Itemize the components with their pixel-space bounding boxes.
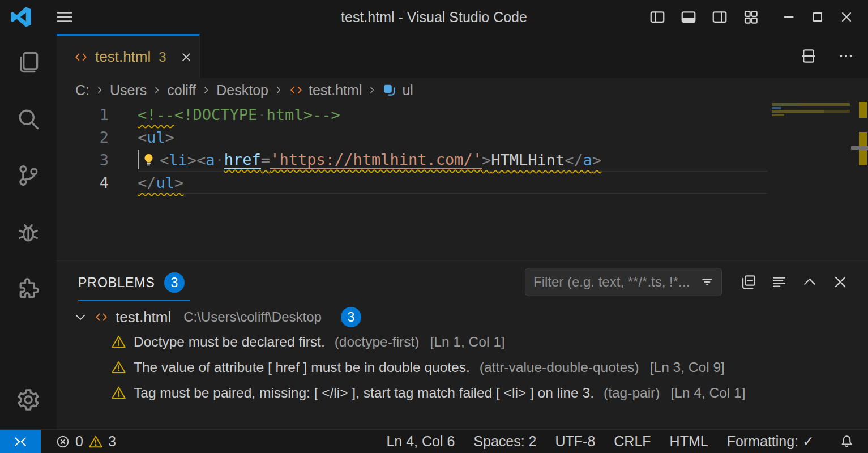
code-token: > [592,151,601,169]
symbol-element-icon [382,83,397,97]
code-token: ul [147,129,165,146]
problems-title: PROBLEMS [78,275,155,290]
line-number: 1 [57,106,109,123]
problems-file-path: C:\Users\coliff\Desktop [183,309,322,325]
toggle-panel-icon[interactable] [680,8,697,25]
problems-count-badge: 3 [164,272,185,293]
tab-problems[interactable]: PROBLEMS 3 [78,263,190,301]
menu-icon[interactable] [54,7,75,27]
code-token: < [138,129,147,146]
line-number: 4 [57,174,109,191]
breadcrumb-item-users[interactable]: Users [110,82,147,99]
problems-file-row[interactable]: test.htmlC:\Users\coliff\Desktop3 [57,305,868,329]
code-line-4[interactable]: 4</ul> [57,171,772,194]
code-token: · [257,106,266,123]
status-cursor-position[interactable]: Ln 4, Col 6 [386,433,455,450]
maximize-panel-icon[interactable] [801,273,818,290]
breadcrumb-item-testhtml[interactable]: test.html [289,82,362,99]
toggle-primary-sidebar-icon[interactable] [649,8,666,25]
status-language-mode[interactable]: HTML [670,433,708,450]
code-token: > [174,174,183,191]
code-token: </ [138,174,156,191]
toggle-secondary-sidebar-icon[interactable] [711,8,728,25]
explorer-icon[interactable] [16,50,41,75]
source-control-icon[interactable] [16,163,41,188]
status-encoding[interactable]: UTF-8 [555,433,595,450]
maximize-button[interactable] [810,10,825,24]
problem-message: The value of attribute [ href ] must be … [134,360,470,375]
status-indentation[interactable]: Spaces: 2 [473,433,536,450]
code-token: 'https://htmlhint.com/' [270,151,482,169]
html-file-icon [289,83,303,97]
code-editor[interactable]: 1<!--<!DOCTYPE·html>-->2<ul>3<li><a·href… [57,102,868,260]
breadcrumb-item-c[interactable]: C: [75,82,89,99]
code-token: href [224,151,261,169]
close-window-button[interactable] [839,10,854,24]
code-token: <!-- [138,106,174,123]
warning-icon [111,385,126,400]
breadcrumb: C:UserscoliffDesktoptest.htmlul [57,78,868,102]
breadcrumb-separator-icon [95,85,105,95]
expand-chevron-icon[interactable] [74,310,87,324]
problems-panel: PROBLEMS 3 test.htmlC:\Users\coliff\Desk… [57,260,868,429]
status-problems[interactable]: 0 3 [55,433,116,450]
problems-filter [525,268,722,296]
code-token: · [215,151,224,169]
code-token: html>--> [267,106,340,123]
problem-rule: (attr-value-double-quotes) [480,360,639,375]
breadcrumb-separator-icon [201,85,211,95]
close-tab-icon[interactable] [180,51,193,63]
notifications-bell-icon[interactable] [839,434,854,449]
problem-rule: (doctype-first) [335,334,420,350]
problem-row[interactable]: Tag must be paired, missing: [ </li> ], … [57,380,868,405]
collapse-all-icon[interactable] [740,273,757,290]
problems-filter-input[interactable] [533,274,700,290]
customize-layout-icon[interactable] [742,8,759,25]
minimize-button[interactable] [781,10,796,24]
tab-test-html[interactable]: test.html 3 [57,34,200,78]
settings-gear-icon[interactable] [16,387,41,412]
code-token: <!DOCTYPE [174,106,257,123]
problem-location: [Ln 3, Col 9] [650,360,725,375]
html-file-icon [74,50,88,65]
problem-rule: (tag-pair) [604,385,660,401]
minimap-mark [775,103,798,106]
code-token: > [165,129,174,146]
remote-indicator[interactable] [0,430,41,453]
code-line-3[interactable]: 3<li><a·href='https://htmlhint.com/'>HTM… [57,148,772,171]
warnings-icon [88,434,103,449]
remote-icon [12,434,28,450]
extensions-icon[interactable] [16,276,41,301]
lightbulb-icon[interactable] [141,152,156,168]
search-icon[interactable] [16,106,41,131]
text-cursor [138,150,139,169]
minimap[interactable] [772,102,851,260]
status-bar: 0 3 Ln 4, Col 6Spaces: 2UTF-8CRLFHTMLFor… [0,429,868,453]
warnings-count: 3 [108,433,116,450]
problem-row[interactable]: The value of attribute [ href ] must be … [57,354,868,380]
code-line-2[interactable]: 2<ul> [57,126,772,148]
problem-location: [Ln 4, Col 1] [670,385,745,401]
code-token: = [261,151,270,169]
errors-icon [55,434,70,449]
minimap-mark [772,107,781,109]
title-bar: test.html - Visual Studio Code [0,0,868,34]
breadcrumb-item-coliff[interactable]: coliff [167,82,196,99]
split-editor-icon[interactable] [800,48,817,65]
more-actions-icon[interactable] [837,48,854,65]
filter-icon[interactable] [700,275,715,289]
breadcrumb-item-desktop[interactable]: Desktop [216,82,268,99]
view-as-list-icon[interactable] [771,273,788,290]
breadcrumb-label: Desktop [216,82,268,99]
code-token: > [482,151,491,169]
ruler-mark [859,102,867,118]
breadcrumb-item-ul[interactable]: ul [382,82,413,99]
close-panel-icon[interactable] [832,273,849,290]
status-formatting[interactable]: Formatting: ✓ [727,433,814,450]
code-line-1[interactable]: 1<!--<!DOCTYPE·html>--> [57,103,772,126]
status-eol[interactable]: CRLF [614,433,651,450]
problem-row[interactable]: Doctype must be declared first.(doctype-… [57,329,868,354]
run-debug-icon[interactable] [16,220,41,245]
code-token: HTMLHint [491,151,565,169]
code-token: a [583,151,592,169]
